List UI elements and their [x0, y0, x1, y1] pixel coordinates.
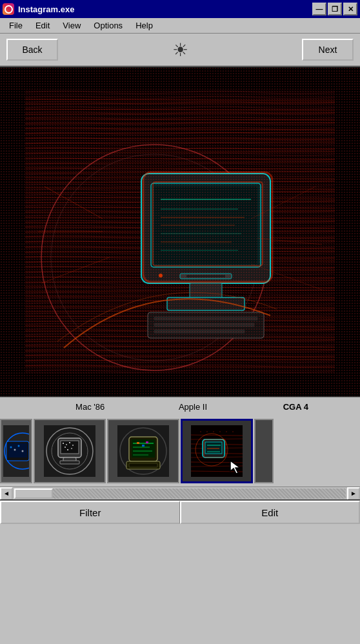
window-title: Instagram.exe	[18, 5, 308, 14]
window-controls: — ❐ ✕	[312, 3, 357, 15]
svg-point-104	[72, 445, 74, 446]
svg-point-105	[65, 447, 66, 448]
svg-point-94	[18, 445, 20, 447]
svg-point-93	[14, 449, 16, 451]
brightness-icon: ☀	[172, 39, 188, 61]
filter-label-cga4: CGA 4	[245, 402, 347, 412]
filter-label-apple2: Apple II	[141, 402, 244, 412]
restore-button[interactable]: ❐	[328, 3, 342, 15]
svg-rect-120	[146, 441, 148, 443]
filter-thumb-next-partial[interactable]	[254, 419, 274, 483]
svg-point-73	[159, 274, 163, 277]
svg-rect-122	[129, 463, 157, 467]
filter-button[interactable]: Filter	[0, 501, 180, 524]
toolbar: Back ☀ Next	[0, 34, 360, 67]
svg-rect-78	[154, 323, 254, 327]
svg-rect-77	[154, 317, 257, 320]
filter-strip: Mac '86 Apple II CGA 4	[0, 396, 360, 525]
filter-thumb-partial[interactable]	[0, 419, 32, 483]
svg-point-124	[200, 431, 201, 432]
filter-thumb-apple2[interactable]	[107, 419, 179, 483]
filter-label-mac86: Mac '86	[39, 402, 141, 412]
scroll-track	[14, 488, 346, 499]
svg-point-106	[71, 448, 72, 449]
next-button[interactable]: Next	[302, 39, 354, 61]
svg-point-95	[22, 450, 24, 452]
close-button[interactable]: ✕	[343, 3, 357, 15]
scroll-thumb[interactable]	[14, 488, 53, 499]
menu-file[interactable]: File	[4, 19, 28, 32]
edit-button[interactable]: Edit	[180, 501, 361, 524]
svg-rect-119	[142, 445, 145, 447]
filter-thumb-cga4[interactable]	[181, 419, 253, 483]
svg-point-128	[226, 431, 227, 432]
svg-rect-72	[186, 275, 225, 277]
svg-point-129	[232, 431, 234, 432]
svg-rect-79	[154, 330, 245, 333]
main-image-area	[0, 67, 360, 396]
svg-point-103	[69, 442, 70, 443]
title-bar: Instagram.exe — ❐ ✕	[0, 0, 360, 18]
app-icon	[3, 3, 14, 15]
scroll-left-button[interactable]: ◄	[0, 487, 13, 500]
menu-help[interactable]: Help	[130, 19, 158, 32]
scroll-right-button[interactable]: ►	[347, 487, 360, 500]
filter-thumb-mac86[interactable]	[34, 419, 106, 483]
menu-options[interactable]: Options	[88, 19, 128, 32]
menu-edit[interactable]: Edit	[30, 19, 55, 32]
toolbar-center: ☀	[58, 39, 302, 61]
scrollbar: ◄ ►	[0, 487, 360, 499]
back-button[interactable]: Back	[6, 39, 58, 61]
svg-rect-109	[60, 461, 79, 464]
svg-rect-118	[137, 442, 139, 444]
filter-thumbnails	[0, 416, 360, 487]
main-image-svg	[25, 90, 335, 374]
menu-bar: File Edit View Options Help	[0, 18, 360, 34]
svg-point-101	[63, 443, 64, 444]
svg-point-92	[10, 447, 12, 448]
svg-point-102	[66, 444, 67, 445]
minimize-button[interactable]: —	[312, 3, 326, 15]
menu-view[interactable]: View	[57, 19, 86, 32]
filter-labels-row: Mac '86 Apple II CGA 4	[0, 397, 360, 416]
svg-point-107	[67, 449, 68, 450]
svg-point-125	[206, 431, 208, 432]
svg-point-126	[213, 431, 214, 432]
svg-rect-91	[8, 443, 27, 458]
bottom-buttons: Filter Edit	[0, 499, 360, 524]
svg-point-127	[219, 431, 221, 432]
